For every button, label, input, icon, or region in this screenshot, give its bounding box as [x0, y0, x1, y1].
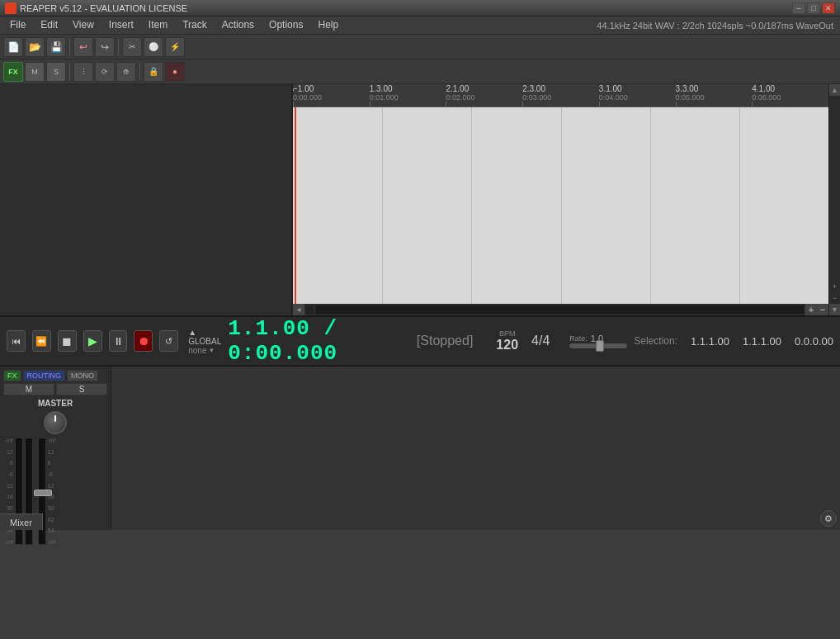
maximize-button[interactable]: □	[807, 2, 820, 14]
glue-button[interactable]: ⚪	[144, 37, 163, 57]
grid-line	[382, 107, 383, 304]
loop-button[interactable]: ↺	[159, 330, 178, 352]
playhead[interactable]	[295, 107, 296, 304]
menu-item[interactable]: Item	[142, 17, 174, 32]
bpm-area: BPM 120	[496, 329, 518, 353]
vscroll-up[interactable]: ▲	[829, 84, 841, 96]
record-button[interactable]: ⏺	[134, 330, 153, 352]
ruler-mark: 2.3.000:03.000	[522, 84, 551, 106]
time-display: 1.1.00 / 0:00.000	[228, 316, 402, 366]
ruler-mark: 3.1.000:04.000	[599, 84, 628, 106]
ruler-mark: 4.1.000:06.000	[752, 84, 781, 106]
ruler-mark: 2.1.000:02.000	[446, 84, 474, 106]
undo-button[interactable]: ↩	[73, 37, 93, 57]
close-button[interactable]: ✕	[822, 2, 835, 14]
sep-3	[69, 64, 70, 80]
mute-button[interactable]: M	[3, 383, 54, 395]
grid-line	[561, 107, 562, 304]
rate-slider[interactable]	[569, 343, 627, 348]
sep-4	[139, 64, 140, 80]
stop-button[interactable]: ◼	[58, 330, 77, 352]
vscroll-down[interactable]: ▼	[829, 304, 841, 315]
lock-toggle[interactable]: 🔒	[144, 62, 163, 82]
app-title: REAPER v5.12 - EVALUATION LICENSE	[5, 2, 187, 14]
grid-line	[650, 107, 651, 304]
master-label: MASTER	[3, 399, 107, 408]
go-back-button[interactable]: ⏪	[32, 330, 51, 352]
menu-edit[interactable]: Edit	[34, 17, 64, 32]
new-button[interactable]: 📄	[3, 37, 23, 57]
global-label: ▲ GLOBAL	[188, 328, 221, 346]
redo-button[interactable]: ↪	[95, 37, 115, 57]
hscroll-zoom-out[interactable]: −	[817, 304, 828, 315]
track-panel	[0, 84, 293, 315]
grid-line	[471, 107, 472, 304]
play-button[interactable]: ▶	[83, 330, 102, 352]
solo-button[interactable]: S	[56, 383, 107, 395]
playback-status: [Stopped]	[417, 334, 474, 348]
go-start-button[interactable]: ⏮	[7, 330, 26, 352]
menu-view[interactable]: View	[66, 17, 101, 32]
vscroll-plus[interactable]: +	[833, 281, 837, 292]
minimize-button[interactable]: −	[792, 2, 805, 14]
selection-start: 1.1.1.00	[691, 335, 729, 348]
title-bar: REAPER v5.12 - EVALUATION LICENSE − □ ✕	[0, 0, 840, 17]
toolbar-2: FX M S ⋮ ⟳ ⟰ 🔒 ●	[0, 59, 840, 84]
volume-knob[interactable]	[44, 411, 67, 434]
time-signature[interactable]: 4/4	[531, 334, 550, 348]
ms-buttons: M S	[3, 383, 107, 395]
vertical-scrollbar[interactable]: ▲ + − ▼	[828, 84, 840, 315]
menu-track[interactable]: Track	[176, 17, 214, 32]
menu-options[interactable]: Options	[262, 17, 309, 32]
track-content[interactable]	[293, 107, 828, 304]
split-button[interactable]: ⚡	[165, 37, 185, 57]
hscroll-left[interactable]: ◄	[293, 304, 304, 315]
fx-toggle[interactable]: FX	[3, 62, 23, 82]
mixer-channel: FX ROUTING MONO M S MASTER -inf 12 6 -6 …	[0, 367, 111, 530]
selection-end: 1.1.1.00	[743, 335, 781, 348]
hscroll-zoom-in[interactable]: +	[805, 304, 817, 315]
bpm-value[interactable]: 120	[496, 338, 518, 353]
ruler-mark: 1.3.000:01.000	[370, 84, 399, 106]
bottom-content-area	[111, 367, 840, 530]
bottom-panel: FX ROUTING MONO M S MASTER -inf 12 6 -6 …	[0, 365, 840, 530]
fx-button[interactable]: FX	[3, 370, 21, 381]
ruler-mark: 3.3.000:05.000	[676, 84, 705, 106]
menu-file[interactable]: File	[3, 17, 32, 32]
timeline-area: ⌐1.000:00.0001.3.000:01.0002.1.000:02.00…	[293, 84, 828, 315]
solo-toggle[interactable]: S	[46, 62, 66, 82]
save-button[interactable]: 💾	[46, 37, 66, 57]
mute-toggle[interactable]: M	[25, 62, 45, 82]
window-controls: − □ ✕	[792, 2, 835, 14]
global-none: none ▼	[188, 346, 221, 355]
toolbar-1: 📄 📂 💾 ↩ ↪ ✂ ⚪ ⚡	[0, 35, 840, 59]
settings-button[interactable]: ⚙	[820, 510, 837, 527]
fader-thumb[interactable]	[34, 490, 52, 496]
rate-label: Rate:	[569, 334, 588, 343]
menu-help[interactable]: Help	[311, 17, 345, 32]
grid-line	[739, 107, 740, 304]
rate-thumb[interactable]	[596, 340, 604, 352]
cut-button[interactable]: ✂	[122, 37, 142, 57]
loop-toggle[interactable]: ⟳	[95, 62, 115, 82]
timeline-scrollbar[interactable]: ◄ + −	[293, 304, 828, 315]
selection-label: Selection:	[634, 335, 677, 347]
xfade-toggle[interactable]: ⟰	[116, 62, 136, 82]
hscroll-track[interactable]	[316, 305, 804, 314]
record-arm-toggle[interactable]: ●	[165, 62, 185, 82]
routing-button[interactable]: ROUTING	[23, 370, 66, 381]
sep-1	[69, 39, 70, 55]
vscroll-track[interactable]	[830, 96, 840, 281]
vscroll-minus[interactable]: −	[833, 292, 837, 304]
volume-knob-container	[3, 411, 107, 434]
open-button[interactable]: 📂	[25, 37, 45, 57]
app-logo	[5, 2, 17, 14]
mixer-tab[interactable]: Mixer	[0, 514, 43, 530]
snap-toggle[interactable]: ⋮	[73, 62, 93, 82]
selection-length: 0.0.0.00	[795, 335, 833, 348]
menu-insert[interactable]: Insert	[102, 17, 140, 32]
pause-button[interactable]: ⏸	[109, 330, 128, 352]
channel-top-buttons: FX ROUTING MONO	[3, 370, 107, 381]
menu-actions[interactable]: Actions	[215, 17, 261, 32]
mono-button[interactable]: MONO	[67, 370, 98, 381]
